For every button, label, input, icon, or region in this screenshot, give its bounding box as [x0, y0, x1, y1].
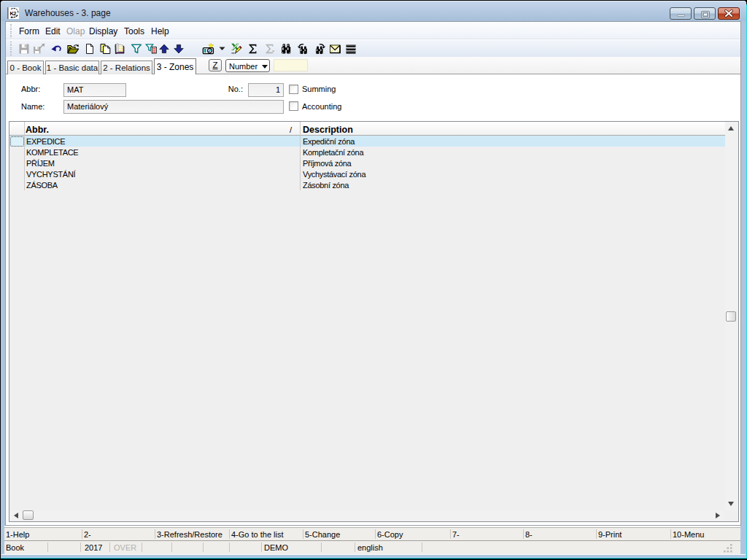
- svg-text:K2: K2: [9, 10, 16, 17]
